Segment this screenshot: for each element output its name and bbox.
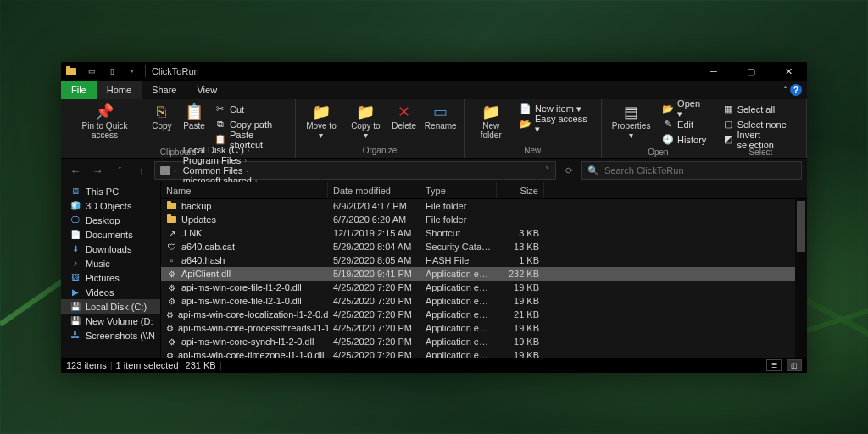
forward-button[interactable]: → — [88, 161, 107, 180]
navigation-pane[interactable]: 🖥This PC🧊3D Objects🖵Desktop📄Documents⬇Do… — [61, 182, 161, 358]
column-name[interactable]: Name — [161, 182, 328, 198]
cube-icon: 🧊 — [70, 201, 81, 210]
address-dropdown-icon[interactable]: ˅ — [542, 165, 554, 176]
properties-button[interactable]: ▤Properties ▾ — [605, 101, 657, 142]
help-icon[interactable]: ? — [790, 84, 802, 96]
tab-home[interactable]: Home — [97, 81, 142, 99]
doc-icon: 📄 — [70, 230, 81, 239]
move-to-button[interactable]: 📁Move to ▾ — [299, 101, 342, 142]
drive-icon[interactable]: › — [157, 166, 180, 175]
status-bar: 123 items | 1 item selected 231 KB | ☰ ◫ — [61, 358, 807, 373]
status-size: 231 KB — [186, 360, 216, 370]
file-pane[interactable]: Name Date modified Type Size backup6/9/2… — [161, 182, 807, 358]
breadcrumb-segment[interactable]: Local Disk (C:)› — [180, 145, 261, 155]
file-row[interactable]: 🛡a640.cab.cat5/29/2020 8:04 AMSecurity C… — [161, 240, 807, 253]
sidebar-item-label: Local Disk (C:) — [86, 302, 147, 312]
copy-to-button[interactable]: 📁Copy to ▾ — [344, 101, 387, 142]
search-input[interactable] — [604, 165, 796, 175]
up-button[interactable]: ↑ — [132, 161, 151, 180]
file-row[interactable]: ⚙api-ms-win-core-file-l2-1-0.dll4/25/202… — [161, 294, 807, 308]
column-type[interactable]: Type — [420, 182, 497, 198]
file-row[interactable]: ⚙api-ms-win-core-synch-l1-2-0.dll4/25/20… — [161, 335, 807, 348]
sidebar-item[interactable]: ♪Music — [61, 256, 160, 270]
rename-button[interactable]: ▭Rename — [421, 101, 460, 132]
sidebar-item[interactable]: 💾Local Disk (C:) — [61, 299, 160, 314]
file-row[interactable]: ⚙api-ms-win-core-timezone-l1-1-0.dll4/25… — [161, 348, 807, 358]
qat-dropdown-icon[interactable]: ▾ — [125, 64, 139, 78]
tab-view[interactable]: View — [186, 81, 227, 99]
select-all-button[interactable]: ▦Select all — [722, 102, 799, 116]
file-name: api-ms-win-core-file-l1-2-0.dll — [181, 282, 302, 292]
file-type-icon: ⚙ — [166, 283, 177, 292]
file-row[interactable]: ⚙ApiClient.dll5/19/2020 9:41 PMApplicati… — [161, 267, 807, 281]
history-button[interactable]: 🕘History — [662, 132, 708, 147]
open-button[interactable]: 📂Open ▾ — [662, 102, 708, 116]
file-date: 5/29/2020 8:04 AM — [328, 242, 420, 252]
vid-icon: ▶ — [70, 287, 81, 297]
scrollbar-thumb[interactable] — [797, 201, 805, 252]
new-folder-button[interactable]: 📁New folder — [468, 101, 515, 142]
ribbon-help[interactable]: ˆ? — [779, 81, 807, 99]
file-row[interactable]: ▫a640.hash5/29/2020 8:05 AMHASH File1 KB — [161, 253, 807, 267]
scrollbar[interactable] — [795, 199, 807, 358]
column-size[interactable]: Size — [497, 182, 544, 198]
sidebar-item[interactable]: 📄Documents — [61, 227, 160, 242]
sidebar-item[interactable]: 🖵Desktop — [61, 213, 160, 227]
qat-icon[interactable]: ▭ — [85, 64, 98, 78]
titlebar[interactable]: ▭ ▯ ▾ ClickToRun ─ ▢ ✕ — [61, 62, 807, 81]
breadcrumb-segment[interactable]: Program Files› — [180, 155, 261, 165]
file-list[interactable]: backup6/9/2020 4:17 PMFile folderUpdates… — [161, 199, 807, 358]
file-type-icon: ⚙ — [166, 324, 174, 333]
file-name: ApiClient.dll — [181, 269, 231, 279]
file-size: 19 KB — [497, 296, 544, 306]
file-row[interactable]: ⚙api-ms-win-core-processthreads-l1-1-1.d… — [161, 321, 807, 335]
tab-share[interactable]: Share — [142, 81, 186, 99]
sidebar-item[interactable]: 💾New Volume (D: — [61, 314, 160, 328]
copy-button[interactable]: ⎘Copy — [147, 101, 177, 132]
sidebar-item-label: Downloads — [86, 244, 131, 254]
paste-button[interactable]: 📋Paste — [179, 101, 209, 132]
sidebar-item[interactable]: ⬇Downloads — [61, 242, 160, 256]
file-row[interactable]: ⚙api-ms-win-core-file-l1-2-0.dll4/25/202… — [161, 281, 807, 294]
file-size: 19 KB — [497, 323, 544, 333]
invert-selection-button[interactable]: ◩Invert selection — [722, 132, 799, 147]
file-name: a640.cab.cat — [181, 242, 235, 252]
file-name: api-ms-win-core-synch-l1-2-0.dll — [181, 337, 314, 347]
file-type: Application exten... — [420, 323, 497, 333]
maximize-button[interactable]: ▢ — [732, 62, 770, 81]
large-icons-view-button[interactable]: ◫ — [787, 359, 802, 371]
details-view-button[interactable]: ☰ — [766, 359, 782, 371]
pin-quick-access-button[interactable]: 📌Pin to Quick access — [64, 101, 145, 142]
breadcrumb-box[interactable]: › Local Disk (C:)›Program Files›Common F… — [154, 161, 556, 180]
column-date[interactable]: Date modified — [328, 182, 420, 198]
minimize-button[interactable]: ─ — [695, 62, 732, 81]
file-row[interactable]: ⚙api-ms-win-core-localization-l1-2-0.dll… — [161, 308, 807, 321]
refresh-button[interactable]: ⟳ — [559, 165, 578, 176]
collapse-ribbon-icon[interactable]: ˆ — [784, 86, 787, 94]
file-type: Shortcut — [420, 228, 497, 238]
sidebar-item[interactable]: 🧊3D Objects — [61, 198, 160, 213]
edit-button[interactable]: ✎Edit — [662, 117, 708, 131]
tab-file[interactable]: File — [61, 81, 97, 99]
file-row[interactable]: Updates6/7/2020 6:20 AMFile folder — [161, 213, 807, 226]
recent-locations-button[interactable]: ˅ — [110, 161, 129, 180]
qat-icon[interactable]: ▯ — [105, 64, 119, 78]
sidebar-item[interactable]: 🖧Screenshots (\\N — [61, 328, 160, 342]
sidebar-item[interactable]: 🖼Pictures — [61, 270, 160, 285]
sidebar-item[interactable]: 🖥This PC — [61, 184, 160, 198]
file-row[interactable]: ↗.LNK12/1/2019 2:15 AMShortcut3 KB — [161, 226, 807, 240]
easy-access-button[interactable]: 📂Easy access ▾ — [520, 117, 594, 131]
search-box[interactable]: 🔍 — [581, 161, 802, 180]
file-date: 5/29/2020 8:05 AM — [328, 255, 420, 265]
back-button[interactable]: ← — [66, 161, 85, 180]
file-name: .LNK — [181, 228, 202, 238]
file-type-icon: ↗ — [166, 229, 177, 238]
column-headers[interactable]: Name Date modified Type Size — [161, 182, 807, 199]
net-icon: 🖧 — [70, 331, 81, 340]
close-button[interactable]: ✕ — [770, 62, 807, 81]
breadcrumb-segment[interactable]: Common Files› — [180, 165, 261, 175]
delete-button[interactable]: ✕Delete — [388, 101, 420, 132]
sidebar-item[interactable]: ▶Videos — [61, 285, 160, 299]
file-row[interactable]: backup6/9/2020 4:17 PMFile folder — [161, 199, 807, 213]
cut-button[interactable]: ✂Cut — [214, 102, 288, 116]
